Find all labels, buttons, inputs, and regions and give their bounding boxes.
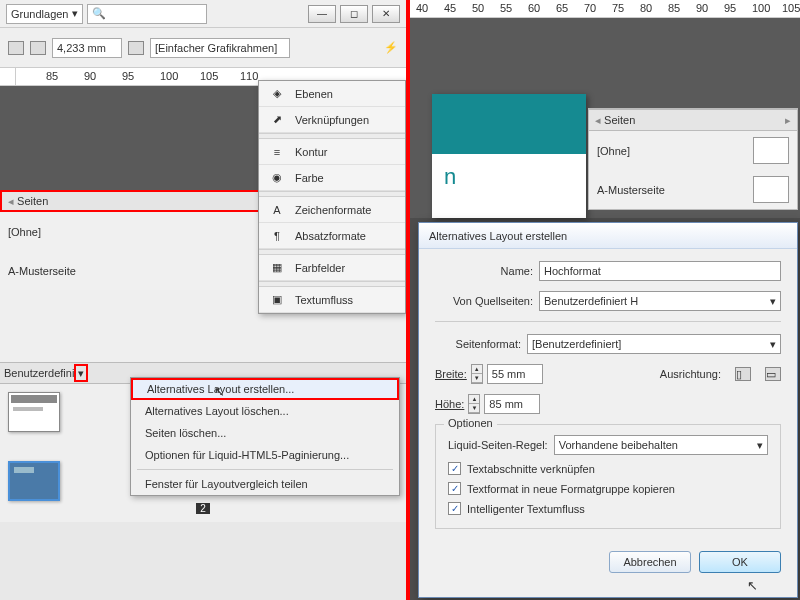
chk-copy-styles[interactable]: ✓Textformat in neue Formatgruppe kopiere… — [448, 482, 768, 495]
align-icon[interactable] — [8, 41, 24, 55]
alt-layout-dialog: Alternatives Layout erstellen Name: Von … — [418, 222, 798, 598]
swatches-icon: ▦ — [267, 260, 287, 276]
layout-name: Benutzerdefini — [4, 367, 74, 379]
options-legend: Optionen — [444, 417, 497, 429]
source-select[interactable]: Benutzerdefiniert H▾ — [539, 291, 781, 311]
page-2-label: 2 — [196, 503, 210, 514]
color-icon: ◉ — [267, 170, 287, 186]
right-ruler: 40 45 50 55 60 65 70 75 80 85 90 95 100 … — [410, 0, 800, 18]
flyout-textumfluss[interactable]: ▣Textumfluss — [259, 287, 405, 313]
flyout-farbe[interactable]: ◉Farbe — [259, 165, 405, 191]
top-toolbar: Grundlagen ▾ 🔍 — ◻ ✕ — [0, 0, 406, 28]
ctx-split-compare[interactable]: Fenster für Layoutvergleich teilen — [131, 473, 399, 495]
name-input[interactable] — [539, 261, 781, 281]
flyout-ebenen[interactable]: ◈Ebenen — [259, 81, 405, 107]
orient-label: Ausrichtung: — [660, 368, 721, 380]
flyout-farbfelder[interactable]: ▦Farbfelder — [259, 255, 405, 281]
parastyle-icon: ¶ — [267, 228, 287, 244]
right-seiten-panel: ◂ Seiten▸ [Ohne] A-Musterseite — [588, 108, 798, 210]
format-select[interactable]: [Benutzerdefiniert]▾ — [527, 334, 781, 354]
width-spinner[interactable]: ▲▼ — [471, 364, 483, 384]
control-toolbar: 4,233 mm [Einfacher Grafikrahmen] ⚡ — [0, 28, 406, 68]
options-group: Optionen Liquid-Seiten-Regel:Vorhandene … — [435, 424, 781, 529]
ctx-delete-alt-layout: Alternatives Layout löschen... — [131, 400, 399, 422]
context-menu: Alternatives Layout erstellen... Alterna… — [130, 377, 400, 496]
frame-icon[interactable] — [128, 41, 144, 55]
document-page[interactable]: n — [432, 94, 586, 218]
height-label: Höhe: — [435, 398, 464, 410]
page-heading-fragment: n — [444, 164, 456, 190]
flyout-absatzformate[interactable]: ¶Absatzformate — [259, 223, 405, 249]
links-icon: ⬈ — [267, 112, 287, 128]
rule-select[interactable]: Vorhandene beibehalten▾ — [554, 435, 768, 455]
search-field[interactable]: 🔍 — [87, 4, 207, 24]
width-label: Breite: — [435, 368, 467, 380]
layers-icon: ◈ — [267, 86, 287, 102]
right-seiten-master[interactable]: A-Musterseite — [589, 170, 797, 209]
layout-dropdown-button[interactable]: ▾ — [74, 364, 88, 382]
frame-type-select[interactable]: [Einfacher Grafikrahmen] — [150, 38, 290, 58]
ctx-liquid-options[interactable]: Optionen für Liquid-HTML5-Paginierung... — [131, 444, 399, 466]
lightning-icon[interactable]: ⚡ — [384, 41, 398, 54]
name-label: Name: — [435, 265, 533, 277]
close-button[interactable]: ✕ — [372, 5, 400, 23]
flyout-verknuepfungen[interactable]: ⬈Verknüpfungen — [259, 107, 405, 133]
flyout-kontur[interactable]: ≡Kontur — [259, 139, 405, 165]
portrait-icon[interactable]: ▯ — [735, 367, 751, 381]
fit-icon[interactable] — [30, 41, 46, 55]
format-label: Seitenformat: — [435, 338, 521, 350]
height-spinner[interactable]: ▲▼ — [468, 394, 480, 414]
maximize-button[interactable]: ◻ — [340, 5, 368, 23]
source-label: Von Quellseiten: — [435, 295, 533, 307]
stroke-icon: ≡ — [267, 144, 287, 160]
ok-button[interactable]: OK — [699, 551, 781, 573]
cancel-button[interactable]: Abbrechen — [609, 551, 691, 573]
landscape-icon[interactable]: ▭ — [765, 367, 781, 381]
rule-label: Liquid-Seiten-Regel: — [448, 439, 548, 451]
ctx-delete-pages: Seiten löschen... — [131, 422, 399, 444]
page-2-thumb[interactable] — [8, 461, 60, 501]
page-1-thumb[interactable] — [8, 392, 60, 432]
width-input[interactable]: 4,233 mm — [52, 38, 122, 58]
ctx-create-alt-layout[interactable]: Alternatives Layout erstellen... — [131, 378, 399, 400]
minimize-button[interactable]: — — [308, 5, 336, 23]
panels-flyout: ◈Ebenen ⬈Verknüpfungen ≡Kontur ◉Farbe AZ… — [258, 80, 406, 314]
textwrap-icon: ▣ — [267, 292, 287, 308]
flyout-zeichenformate[interactable]: AZeichenformate — [259, 197, 405, 223]
dialog-titlebar[interactable]: Alternatives Layout erstellen — [419, 223, 797, 249]
right-seiten-tab[interactable]: ◂ Seiten▸ — [589, 109, 797, 131]
width-input-dlg[interactable] — [487, 364, 543, 384]
right-seiten-none[interactable]: [Ohne] — [589, 131, 797, 170]
height-input-dlg[interactable] — [484, 394, 540, 414]
chk-link-stories[interactable]: ✓Textabschnitte verknüpfen — [448, 462, 768, 475]
workspace-selector[interactable]: Grundlagen ▾ — [6, 4, 83, 24]
chk-smart-reflow[interactable]: ✓Intelligenter Textumfluss — [448, 502, 768, 515]
charstyle-icon: A — [267, 202, 287, 218]
